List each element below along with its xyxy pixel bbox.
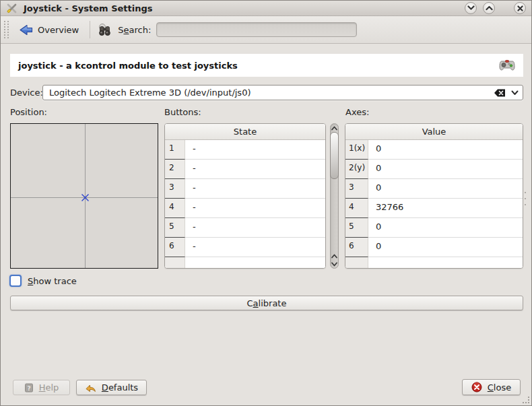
close-window-button[interactable] xyxy=(514,2,526,14)
position-marker-x xyxy=(81,193,90,202)
table-row[interactable]: 6- xyxy=(165,238,325,257)
help-icon: ? xyxy=(24,383,34,393)
scroll-up-icon[interactable] xyxy=(330,124,339,132)
scroll-up-icon[interactable] xyxy=(330,252,339,260)
combo-chevron-down-icon[interactable] xyxy=(511,90,519,96)
scroll-down-icon[interactable] xyxy=(330,260,339,268)
window-title: Joystick - System Settings xyxy=(24,3,153,13)
show-trace-checkbox[interactable] xyxy=(9,275,22,287)
help-button: ? Help xyxy=(13,380,70,395)
show-trace-option: Show trace xyxy=(9,275,77,287)
axes-label: Axes: xyxy=(345,107,369,117)
device-combobox[interactable]: Logitech Logitech Extreme 3D (/dev/input… xyxy=(42,85,523,100)
table-row[interactable]: 3- xyxy=(165,179,325,199)
clear-input-icon[interactable] xyxy=(494,89,506,97)
overview-button[interactable]: Overview xyxy=(13,22,84,38)
chevron-down-icon xyxy=(467,5,475,11)
scrollbar-thumb[interactable] xyxy=(330,132,339,179)
system-settings-window: Joystick - System Settings xyxy=(0,0,532,406)
axes-column-header[interactable]: Value xyxy=(345,124,523,140)
titlebar[interactable]: Joystick - System Settings xyxy=(1,1,531,16)
close-icon xyxy=(517,5,523,11)
table-row[interactable]: 2(y)0 xyxy=(345,160,523,179)
module-title: joystick - a kcontrol module to test joy… xyxy=(18,61,238,71)
defaults-button[interactable]: Defaults xyxy=(76,380,147,395)
buttons-table-body: 1- 2- 3- 4- 5- 6- xyxy=(165,140,325,268)
toolbar: Overview Search: xyxy=(1,16,531,44)
buttons-label: Buttons: xyxy=(164,107,201,117)
shade-button[interactable] xyxy=(465,2,477,14)
resize-grip[interactable] xyxy=(523,397,529,403)
svg-text:?: ? xyxy=(27,384,30,391)
table-row[interactable]: 4- xyxy=(165,199,325,218)
table-row[interactable]: 432766 xyxy=(345,199,523,218)
device-label: Device: xyxy=(10,88,43,98)
buttons-column-header[interactable]: State xyxy=(165,124,325,140)
chevron-up-icon xyxy=(486,5,493,11)
back-arrow-icon xyxy=(19,24,33,36)
splitter-handle[interactable] xyxy=(525,192,527,205)
table-row[interactable]: 5- xyxy=(165,218,325,238)
gamepad-icon xyxy=(499,59,515,72)
buttons-scrollbar xyxy=(329,123,339,269)
module-header: joystick - a kcontrol module to test joy… xyxy=(10,54,523,77)
search-input[interactable] xyxy=(156,22,357,37)
table-row[interactable]: 2- xyxy=(165,160,325,179)
device-value: Logitech Logitech Extreme 3D (/dev/input… xyxy=(49,88,494,98)
position-pad xyxy=(10,123,158,269)
toolbar-drag-handle[interactable] xyxy=(4,21,9,38)
table-row[interactable]: 50 xyxy=(345,218,523,238)
toolbar-separator xyxy=(90,21,90,38)
axes-table-body: 1(x)0 2(y)0 30 432766 50 60 xyxy=(345,140,523,268)
close-button[interactable]: Close xyxy=(462,379,521,395)
overview-label: Overview xyxy=(38,25,79,35)
position-label: Position: xyxy=(10,107,47,117)
close-red-icon xyxy=(471,382,482,393)
calibrate-button[interactable]: Calibrate xyxy=(10,296,523,310)
undo-defaults-icon xyxy=(85,383,96,393)
search-label: Search: xyxy=(118,25,151,35)
axes-table: Value 1(x)0 2(y)0 30 432766 50 60 xyxy=(345,123,523,269)
buttons-table: State 1- 2- 3- 4- 5- 6- xyxy=(164,123,326,269)
app-tools-icon xyxy=(6,3,18,14)
table-row-partial[interactable] xyxy=(165,257,325,268)
table-row[interactable]: 1(x)0 xyxy=(345,140,523,160)
table-row-partial[interactable] xyxy=(345,257,523,268)
maximize-button[interactable] xyxy=(483,2,495,14)
show-trace-label: Show trace xyxy=(28,276,77,286)
table-row[interactable]: 30 xyxy=(345,179,523,199)
search-binoculars-icon xyxy=(97,22,112,37)
table-row[interactable]: 60 xyxy=(345,238,523,257)
table-row[interactable]: 1- xyxy=(165,140,325,160)
